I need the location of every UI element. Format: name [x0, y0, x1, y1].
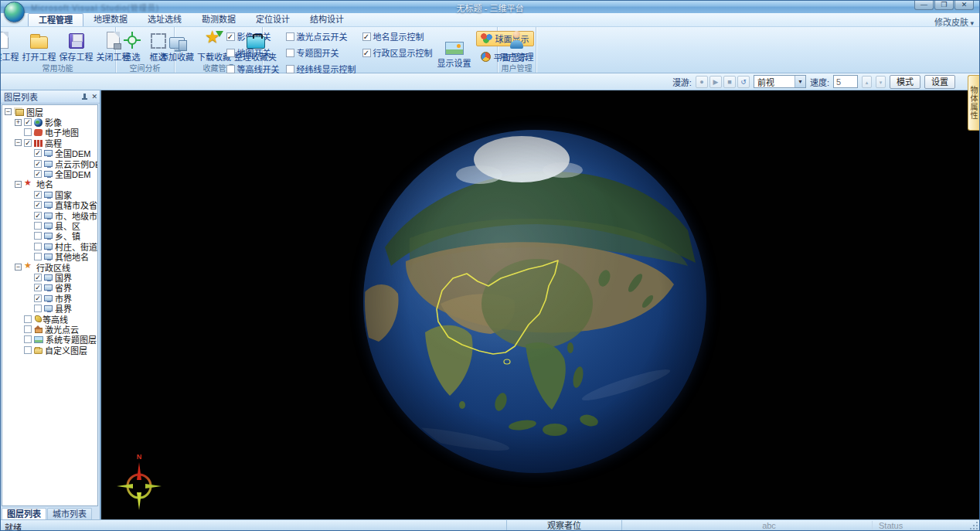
collapse-icon[interactable]: − — [15, 139, 22, 146]
close-button[interactable]: ✕ — [954, 0, 974, 10]
tree-checkbox[interactable]: ✓ — [34, 191, 42, 199]
layer-panel-header: 图层列表 ✕ — [0, 90, 100, 104]
tree-checkbox[interactable] — [24, 325, 32, 333]
tree-checkbox[interactable]: ✓ — [34, 170, 42, 178]
roam-stop-button[interactable]: ■ — [723, 76, 736, 88]
tab-选址选线[interactable]: 选址选线 — [138, 13, 192, 26]
app-logo-icon — [4, 2, 25, 22]
tree-checkbox[interactable]: ✓ — [34, 274, 42, 281]
tree-item-县、区[interactable]: 县、区 — [2, 220, 97, 230]
tree-item-市界[interactable]: ✓市界 — [2, 293, 97, 303]
save-project-icon — [69, 33, 84, 49]
tree-item-自定义图层[interactable]: 自定义图层 — [2, 345, 97, 355]
collapse-icon[interactable]: − — [5, 108, 12, 115]
tree-checkbox[interactable]: ✓ — [34, 149, 42, 157]
mode-button[interactable]: 模式 — [890, 75, 920, 89]
maximize-button[interactable]: ❐ — [934, 0, 954, 10]
ribbon-group-common: 新建工程打开工程保存工程关闭工程 常用功能 — [0, 27, 116, 73]
roam-record-button[interactable]: ● — [696, 76, 708, 88]
checkbox: ✓ — [362, 49, 371, 57]
tree-checkbox[interactable]: ✓ — [34, 212, 42, 220]
panel-tab-城市列表[interactable]: 城市列表 — [47, 508, 92, 519]
earth-globe[interactable] — [363, 130, 706, 473]
earth-landmass — [363, 130, 706, 473]
tab-结构设计[interactable]: 结构设计 — [300, 13, 354, 26]
change-skin-menu[interactable]: 修改皮肤 — [934, 15, 974, 28]
layer-panel: 图层列表 ✕ −图层+✓影像电子地图−✓高程✓全国DEM✓点云示例DEM✓全国D… — [0, 90, 101, 519]
tree-item-全国DEM[interactable]: ✓全国DEM — [2, 168, 97, 179]
tab-工程管理[interactable]: 工程管理 — [28, 13, 83, 26]
resize-grip[interactable] — [970, 521, 978, 529]
layer-switch-行政区显示控制[interactable]: ✓行政区显示控制 — [362, 46, 433, 59]
tab-地理数据[interactable]: 地理数据 — [83, 13, 138, 26]
ribbon-group-layers: ✓影像开关地图开关等高线开关激光点云开关专题图开关经纬线显示控制✓地名显示控制✓… — [263, 27, 498, 73]
speed-label: 速度: — [810, 76, 829, 88]
layer-switch-专题图开关[interactable]: 专题图开关 — [286, 46, 356, 59]
speed-down-button[interactable] — [876, 76, 886, 88]
tree-item-地名[interactable]: −地名 — [2, 179, 97, 189]
user-manage-button[interactable]: 用户管理 — [499, 28, 536, 63]
tab-勘测数据[interactable]: 勘测数据 — [192, 13, 246, 26]
view-direction-select[interactable]: 前视 — [754, 75, 806, 88]
group-label-common: 常用功能 — [0, 63, 115, 73]
tree-checkbox[interactable]: ✓ — [24, 118, 32, 126]
roam-play-button[interactable]: ▶ — [709, 76, 722, 88]
speed-input[interactable] — [833, 75, 858, 88]
settings-button[interactable]: 设置 — [924, 75, 955, 89]
button-label: 点选 — [124, 50, 141, 63]
checkbox-column: 激光点云开关专题图开关经纬线显示控制 — [286, 30, 356, 75]
collapse-icon[interactable]: − — [15, 264, 22, 271]
layer-switch-地名显示控制[interactable]: ✓地名显示控制 — [362, 30, 433, 43]
tree-checkbox[interactable] — [34, 305, 42, 312]
tree-item-国界[interactable]: ✓国界 — [2, 272, 97, 282]
compass-east-needle — [145, 484, 162, 488]
panel-tab-图层列表[interactable]: 图层列表 — [2, 508, 46, 519]
globe-viewport[interactable]: N — [103, 90, 980, 519]
tree-checkbox[interactable] — [24, 128, 32, 136]
checkbox — [226, 65, 235, 73]
minimize-button[interactable]: — — [914, 0, 934, 10]
save-project-button[interactable]: 保存工程 — [58, 28, 95, 63]
checkbox — [286, 49, 294, 57]
new-project-button[interactable]: 新建工程 — [0, 28, 21, 63]
button-label: 打开工程 — [22, 50, 56, 63]
tree-checkbox[interactable] — [24, 335, 32, 343]
globe-icon — [34, 118, 43, 127]
monitor-icon — [44, 202, 53, 208]
collapse-icon[interactable]: − — [15, 181, 22, 188]
tree-item-行政区线[interactable]: −行政区线 — [2, 262, 97, 272]
tree-checkbox[interactable] — [34, 243, 42, 250]
roam-reset-button[interactable]: ↺ — [737, 76, 750, 88]
tree-checkbox[interactable]: ✓ — [34, 284, 42, 291]
panel-close-icon[interactable]: ✕ — [91, 94, 97, 100]
layer-switch-激光点云开关[interactable]: 激光点云开关 — [286, 30, 356, 43]
ribbon-spacer — [536, 27, 980, 73]
tree-checkbox[interactable]: ✓ — [34, 160, 42, 168]
tree-checkbox[interactable]: ✓ — [34, 294, 42, 302]
object-properties-tab[interactable]: 物体属性 — [968, 75, 979, 131]
tree-item-县界[interactable]: 县界 — [2, 303, 97, 313]
tree-checkbox[interactable] — [24, 346, 32, 354]
display-settings-button[interactable]: 显示设置 — [436, 34, 473, 70]
compass-west-needle — [117, 484, 133, 488]
tree-checkbox[interactable] — [24, 315, 32, 323]
tree-item-其他地名[interactable]: 其他地名 — [2, 251, 97, 261]
button-label: 新建工程 — [0, 50, 19, 63]
tree-item-市、地级市[interactable]: ✓市、地级市 — [2, 210, 97, 220]
chevron-down-icon[interactable] — [795, 76, 805, 87]
tree-checkbox[interactable]: ✓ — [24, 139, 32, 147]
expand-icon[interactable]: + — [15, 119, 22, 126]
roam-label: 漫游: — [672, 76, 692, 88]
tree-checkbox[interactable] — [34, 253, 42, 260]
tab-定位设计[interactable]: 定位设计 — [246, 13, 300, 26]
speed-up-button[interactable] — [862, 76, 872, 88]
tree-checkbox[interactable] — [34, 222, 42, 230]
tree-checkbox[interactable] — [34, 232, 42, 240]
compass[interactable]: N — [114, 451, 165, 519]
window-controls: — ❐ ✕ — [914, 0, 974, 10]
tree-checkbox[interactable]: ✓ — [34, 201, 42, 209]
pin-icon[interactable] — [81, 94, 88, 100]
open-project-button[interactable]: 打开工程 — [21, 28, 58, 63]
tree-item-省界[interactable]: ✓省界 — [2, 283, 97, 293]
point-select-button[interactable]: 点选 — [122, 28, 142, 63]
